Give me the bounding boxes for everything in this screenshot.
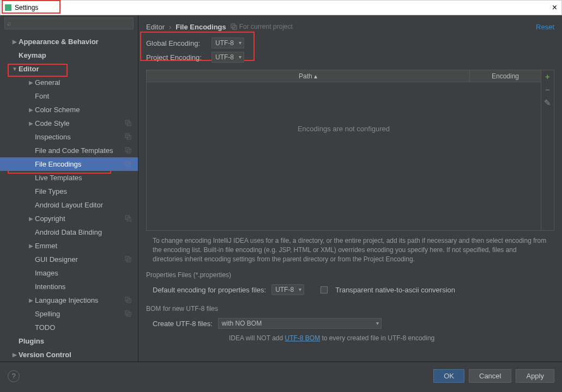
- encoding-table: Path ▴ Encoding Encodings are not config…: [146, 70, 554, 231]
- copy-icon: [125, 215, 132, 223]
- window-title: Settings: [15, 4, 38, 11]
- sidebar-item-label: TODO: [35, 323, 138, 332]
- sidebar-item-label: Code Style: [35, 119, 125, 127]
- close-icon[interactable]: ×: [552, 3, 557, 13]
- sidebar-item-label: Images: [35, 269, 138, 277]
- apply-button[interactable]: Apply: [516, 369, 554, 383]
- copy-icon: [125, 120, 132, 127]
- table-toolbar: + − ✎: [541, 70, 554, 230]
- sidebar-item-file-types[interactable]: File Types: [0, 185, 138, 198]
- copy-icon: [125, 256, 132, 264]
- search-wrap: ⌕: [0, 15, 138, 32]
- chevron-icon: ▶: [11, 39, 19, 45]
- copy-icon: [231, 23, 237, 30]
- sidebar-item-label: Live Templates: [35, 174, 138, 182]
- sidebar-item-android-layout-editor[interactable]: Android Layout Editor: [0, 198, 138, 212]
- sidebar-item-label: Font: [35, 92, 138, 100]
- sidebar-item-gui-designer[interactable]: GUI Designer: [0, 253, 138, 266]
- table-col-encoding[interactable]: Encoding: [470, 70, 541, 82]
- sidebar-item-general[interactable]: ▶General: [0, 76, 138, 89]
- bom-link[interactable]: UTF-8 BOM: [285, 334, 320, 342]
- global-encoding-label: Global Encoding:: [146, 39, 206, 47]
- bom-hint: IDEA will NOT add UTF-8 BOM to every cre…: [215, 332, 562, 342]
- title-bar: Settings ×: [0, 0, 562, 15]
- project-encoding-dropdown[interactable]: UTF-8: [211, 52, 244, 63]
- sidebar-item-label: Language Injections: [35, 296, 125, 304]
- sidebar-item-emmet[interactable]: ▶Emmet: [0, 239, 138, 253]
- settings-tree: ▶Appearance & BehaviorKeymap▼Editor▶Gene…: [0, 32, 138, 362]
- props-encoding-dropdown[interactable]: UTF-8: [271, 284, 304, 295]
- project-encoding-label: Project Encoding:: [146, 53, 206, 62]
- sidebar-item-images[interactable]: Images: [0, 266, 138, 280]
- sidebar-item-copyright[interactable]: ▶Copyright: [0, 212, 138, 225]
- sidebar-item-label: GUI Designer: [35, 255, 125, 264]
- properties-section-title: Properties Files (*.properties): [138, 269, 562, 281]
- sidebar-item-label: Version Control: [19, 351, 138, 359]
- edit-icon[interactable]: ✎: [543, 99, 552, 107]
- search-icon: ⌕: [7, 20, 11, 27]
- ok-button[interactable]: OK: [433, 369, 464, 383]
- copy-icon: [125, 133, 132, 141]
- sidebar-item-label: File and Code Templates: [35, 146, 125, 155]
- add-icon[interactable]: +: [543, 72, 552, 81]
- sidebar-item-label: Inspections: [35, 133, 125, 141]
- sidebar-item-spelling[interactable]: Spelling: [0, 307, 138, 321]
- table-empty-text: Encodings are not configured: [147, 125, 541, 133]
- sidebar-item-label: Android Layout Editor: [35, 201, 138, 209]
- chevron-icon: ▶: [27, 243, 35, 249]
- sidebar-item-label: Keymap: [19, 51, 138, 59]
- bom-section-title: BOM for new UTF-8 files: [138, 303, 562, 315]
- breadcrumb-sep: ›: [169, 23, 171, 31]
- copy-icon: [125, 297, 132, 304]
- sidebar-item-label: Editor: [19, 65, 138, 73]
- native-ascii-label: Transparent native-to-ascii conversion: [335, 286, 455, 294]
- bom-label: Create UTF-8 files:: [153, 320, 213, 328]
- sidebar-item-todo[interactable]: TODO: [0, 321, 138, 334]
- chevron-icon: ▶: [27, 107, 35, 113]
- sidebar-item-file-encodings[interactable]: File Encodings: [0, 157, 138, 171]
- copy-icon: [125, 161, 132, 168]
- sidebar-item-code-style[interactable]: ▶Code Style: [0, 117, 138, 130]
- breadcrumb-page: File Encodings: [176, 23, 226, 31]
- app-icon: [5, 4, 11, 11]
- sidebar-item-label: Intentions: [35, 283, 138, 291]
- sidebar-item-label: Plugins: [19, 337, 138, 345]
- project-hint: For current project: [231, 23, 293, 30]
- footer: ? OK Cancel Apply: [0, 362, 562, 390]
- sidebar-item-appearance-behavior[interactable]: ▶Appearance & Behavior: [0, 35, 138, 48]
- sidebar-item-label: Appearance & Behavior: [19, 38, 138, 46]
- help-button[interactable]: ?: [8, 370, 20, 382]
- cancel-button[interactable]: Cancel: [469, 369, 511, 383]
- breadcrumb-root[interactable]: Editor: [146, 23, 165, 31]
- sidebar-item-live-templates[interactable]: Live Templates: [0, 171, 138, 185]
- search-input[interactable]: [4, 17, 134, 29]
- sidebar-item-label: Spelling: [35, 310, 125, 318]
- sidebar-item-editor[interactable]: ▼Editor: [0, 62, 138, 76]
- sidebar-item-label: Copyright: [35, 215, 125, 223]
- reset-link[interactable]: Reset: [536, 23, 554, 31]
- remove-icon[interactable]: −: [543, 85, 552, 94]
- copy-icon: [125, 147, 132, 155]
- sidebar-item-intentions[interactable]: Intentions: [0, 280, 138, 293]
- global-encoding-dropdown[interactable]: UTF-8: [211, 38, 244, 48]
- sidebar-item-color-scheme[interactable]: ▶Color Scheme: [0, 103, 138, 117]
- sidebar: ⌕ ▶Appearance & BehaviorKeymap▼Editor▶Ge…: [0, 15, 138, 362]
- sidebar-item-inspections[interactable]: Inspections: [0, 130, 138, 144]
- sidebar-item-language-injections[interactable]: ▶Language Injections: [0, 293, 138, 307]
- sidebar-item-label: Android Data Binding: [35, 228, 138, 236]
- sidebar-item-version-control[interactable]: ▶Version Control: [0, 348, 138, 362]
- chevron-icon: ▶: [27, 79, 35, 85]
- sidebar-item-android-data-binding[interactable]: Android Data Binding: [0, 225, 138, 239]
- sidebar-item-plugins[interactable]: Plugins: [0, 334, 138, 348]
- sidebar-item-label: Color Scheme: [35, 106, 138, 114]
- sidebar-item-font[interactable]: Font: [0, 89, 138, 103]
- sidebar-item-file-and-code-templates[interactable]: File and Code Templates: [0, 144, 138, 157]
- chevron-icon: ▶: [27, 216, 35, 222]
- native-ascii-checkbox[interactable]: [321, 286, 328, 293]
- table-col-path[interactable]: Path ▴: [147, 70, 470, 82]
- bom-dropdown[interactable]: with NO BOM: [218, 318, 382, 329]
- props-encoding-label: Default encoding for properties files:: [153, 286, 266, 294]
- sidebar-item-label: Emmet: [35, 242, 138, 250]
- sidebar-item-keymap[interactable]: Keymap: [0, 48, 138, 62]
- sidebar-item-label: File Encodings: [35, 160, 125, 168]
